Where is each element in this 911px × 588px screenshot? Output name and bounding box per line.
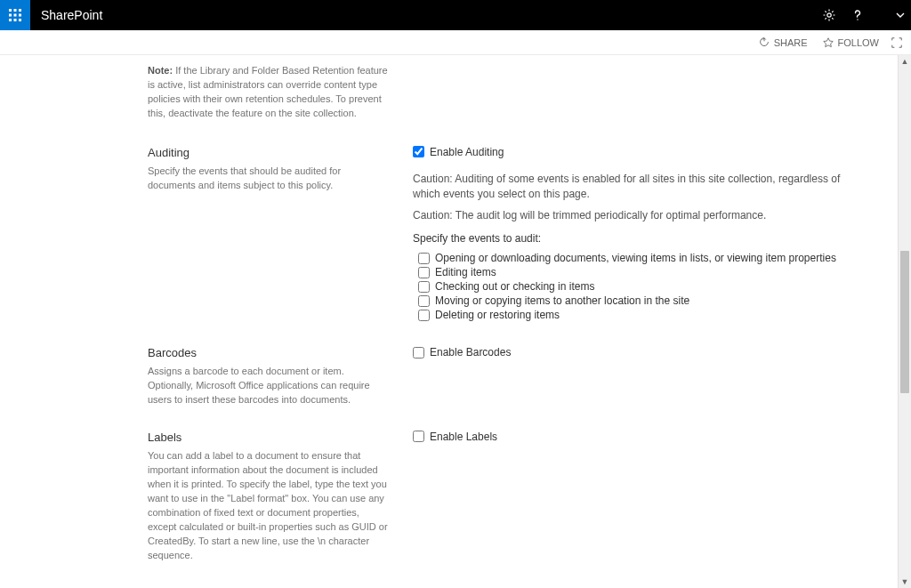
form-buttons: OK Cancel: [148, 578, 862, 588]
audit-event-label: Deleting or restoring items: [435, 309, 560, 321]
user-menu-button[interactable]: [890, 0, 911, 30]
audit-event-input[interactable]: [418, 253, 430, 264]
enable-barcodes-checkbox[interactable]: Enable Barcodes: [413, 346, 511, 358]
enable-auditing-input[interactable]: [413, 146, 424, 157]
scrollbar-thumb[interactable]: [900, 251, 909, 393]
note-label: Note:: [148, 65, 173, 76]
audit-event-input[interactable]: [418, 295, 430, 307]
svg-rect-4: [14, 14, 17, 17]
help-icon: [851, 8, 865, 22]
enable-auditing-label: Enable Auditing: [430, 146, 504, 158]
retention-note: Note: If the Library and Folder Based Re…: [148, 55, 862, 139]
vertical-scrollbar[interactable]: ▲ ▼: [898, 55, 911, 588]
svg-rect-8: [19, 19, 21, 21]
audit-event-checkbox[interactable]: Checking out or checking in items: [418, 280, 853, 293]
enable-labels-label: Enable Labels: [430, 431, 497, 443]
auditing-title: Auditing: [148, 146, 388, 159]
svg-rect-6: [9, 19, 12, 21]
focus-button[interactable]: [888, 36, 906, 49]
settings-button[interactable]: [815, 0, 843, 30]
gear-icon: [822, 8, 836, 22]
audit-event-label: Opening or downloading documents, viewin…: [435, 252, 836, 264]
audit-event-label: Moving or copying items to another locat…: [435, 294, 689, 307]
audit-event-checkbox[interactable]: Deleting or restoring items: [418, 309, 853, 321]
labels-title: Labels: [148, 431, 388, 444]
share-button[interactable]: SHARE: [753, 36, 813, 49]
svg-rect-5: [19, 14, 21, 17]
audit-event-checkbox[interactable]: Opening or downloading documents, viewin…: [418, 252, 853, 264]
svg-rect-0: [9, 9, 12, 12]
scroll-up-icon[interactable]: ▲: [899, 55, 911, 68]
labels-section: Labels You can add a label to a document…: [148, 423, 862, 579]
barcodes-description: Assigns a barcode to each document or it…: [148, 365, 388, 407]
svg-point-9: [827, 13, 831, 17]
auditing-caution-1: Caution: Auditing of some events is enab…: [413, 172, 853, 202]
svg-rect-7: [14, 19, 17, 21]
page-commands-bar: SHARE FOLLOW: [0, 30, 911, 55]
audit-event-input[interactable]: [418, 281, 430, 293]
enable-barcodes-label: Enable Barcodes: [430, 346, 511, 358]
share-icon: [758, 36, 770, 49]
auditing-section: Auditing Specify the events that should …: [148, 139, 862, 339]
audit-event-input[interactable]: [418, 267, 430, 278]
barcodes-title: Barcodes: [148, 346, 388, 359]
waffle-icon: [8, 8, 22, 22]
star-icon: [822, 36, 834, 49]
svg-rect-2: [19, 9, 21, 12]
labels-description: You can add a label to a document to ens…: [148, 449, 388, 563]
svg-rect-3: [9, 14, 12, 17]
enable-auditing-checkbox[interactable]: Enable Auditing: [413, 146, 504, 158]
chevron-down-icon: [893, 8, 907, 22]
audit-event-checkbox[interactable]: Editing items: [418, 266, 853, 278]
enable-labels-input[interactable]: [413, 431, 424, 442]
follow-button[interactable]: FOLLOW: [817, 36, 884, 49]
app-launcher-button[interactable]: [0, 0, 30, 30]
follow-label: FOLLOW: [838, 37, 879, 48]
note-text: If the Library and Folder Based Retentio…: [148, 65, 388, 118]
page-content: Note: If the Library and Folder Based Re…: [0, 55, 898, 588]
svg-rect-1: [14, 9, 17, 12]
suite-bar: SharePoint: [0, 0, 911, 30]
audit-event-label: Editing items: [435, 266, 496, 278]
auditing-caution-2: Caution: The audit log will be trimmed p…: [413, 208, 853, 223]
enable-barcodes-input[interactable]: [413, 347, 424, 358]
help-button[interactable]: [843, 0, 872, 30]
auditing-events-label: Specify the events to audit:: [413, 232, 853, 245]
audit-event-input[interactable]: [418, 310, 430, 321]
scroll-down-icon[interactable]: ▼: [899, 576, 911, 588]
suite-brand: SharePoint: [41, 8, 102, 22]
share-label: SHARE: [774, 37, 808, 48]
audit-event-checkbox[interactable]: Moving or copying items to another locat…: [418, 294, 853, 307]
audit-event-label: Checking out or checking in items: [435, 280, 594, 293]
auditing-description: Specify the events that should be audite…: [148, 165, 388, 193]
barcodes-section: Barcodes Assigns a barcode to each docum…: [148, 339, 862, 423]
focus-icon: [891, 36, 903, 49]
enable-labels-checkbox[interactable]: Enable Labels: [413, 431, 497, 443]
